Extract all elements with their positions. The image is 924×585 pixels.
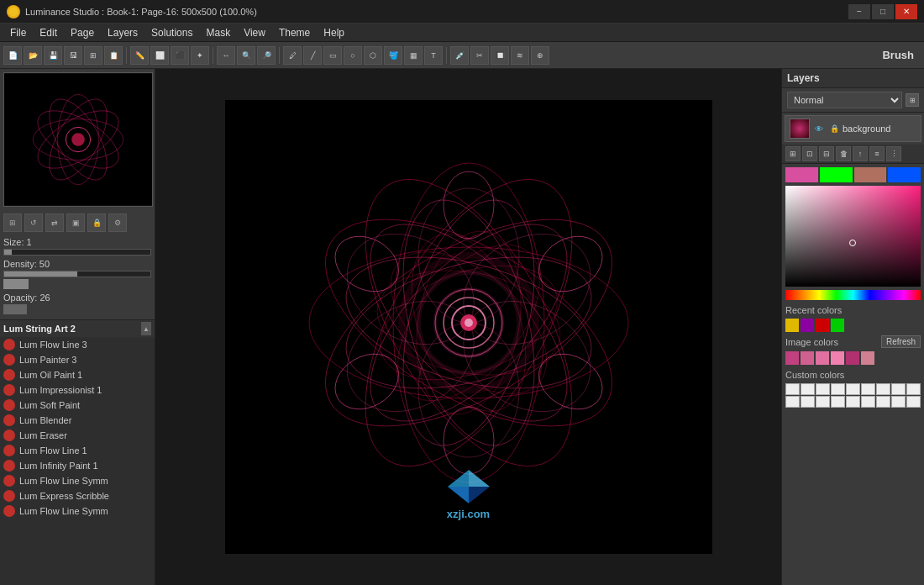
maximize-button[interactable]: □ [872,4,894,19]
brush-item-4[interactable]: Lum Soft Paint [0,398,155,413]
layer-list-btn[interactable]: ≡ [869,146,885,161]
tool-ico-4[interactable]: ▣ [66,213,85,232]
custom-cell-13[interactable] [831,396,845,408]
tool-clone[interactable]: ⊕ [531,46,549,65]
tool-line[interactable]: ╱ [303,46,322,65]
tool-pen[interactable]: 🖊 [283,46,302,65]
brush-item-0[interactable]: Lum Flow Line 3 [0,337,155,352]
img-swatch-6[interactable] [861,351,874,365]
brush-scroll[interactable]: Lum Flow Line 3 Lum Painter 3 Lum Oil Pa… [0,337,155,585]
brush-item-6[interactable]: Lum Eraser [0,428,155,443]
custom-cell-14[interactable] [846,396,860,408]
tool-stamp[interactable]: 🔲 [491,46,509,65]
tool-fill[interactable]: 🪣 [384,46,402,65]
tool-zoom2[interactable]: 🔎 [257,46,276,65]
hue-slider[interactable] [785,290,921,300]
minimize-button[interactable]: − [848,4,870,19]
layer-lock-icon[interactable]: 🔒 [828,123,840,134]
custom-cell-15[interactable] [861,396,875,408]
tool-move[interactable]: ✦ [191,46,209,65]
tool-eraser[interactable]: ⬜ [150,46,169,65]
brush-item-3[interactable]: Lum Impressionist 1 [0,382,155,398]
color-swatch-blue[interactable] [888,167,921,182]
layer-duplicate-btn[interactable]: ⊡ [802,146,817,161]
custom-cell-16[interactable] [876,396,890,408]
recent-swatch-2[interactable] [801,319,814,332]
menu-help[interactable]: Help [317,25,351,40]
custom-cell-8[interactable] [891,383,906,395]
color-swatch-green[interactable] [820,167,853,182]
tool-smudge[interactable]: ≋ [511,46,529,65]
tool-shape[interactable]: ⬡ [364,46,382,65]
recent-swatch-1[interactable] [785,319,799,332]
close-button[interactable]: ✕ [895,4,917,19]
tool-zoom[interactable]: 🔍 [237,46,255,65]
img-swatch-5[interactable] [846,351,859,365]
layer-delete-btn[interactable]: 🗑 [836,146,851,161]
tool-save[interactable]: 💾 [44,46,62,65]
tool-gradient[interactable]: ▦ [404,46,423,65]
tool-ico-3[interactable]: ⇄ [45,213,64,232]
custom-cell-10[interactable] [785,396,800,408]
custom-cell-18[interactable] [906,396,921,408]
recent-swatch-4[interactable] [831,319,844,332]
layer-mode-dropdown[interactable]: Normal Multiply Screen Overlay [787,92,902,108]
custom-cell-3[interactable] [816,383,830,395]
menu-file[interactable]: File [3,25,33,40]
custom-cell-7[interactable] [876,383,890,395]
tool-ico-5[interactable]: 🔒 [87,213,106,232]
tool-copy[interactable]: ⊞ [84,46,102,65]
brush-item-1[interactable]: Lum Painter 3 [0,352,155,367]
brush-item-7[interactable]: Lum Flow Line 1 [0,443,155,458]
tool-brush[interactable]: ✏️ [130,46,149,65]
color-swatch-pink[interactable] [785,167,818,182]
color-swatch-brown[interactable] [854,167,887,182]
brush-item-11[interactable]: Lum Flow Line Symm [0,503,155,519]
menu-solutions[interactable]: Solutions [144,25,199,40]
brush-item-10[interactable]: Lum Express Scribble [0,488,155,503]
brush-item-8[interactable]: Lum Infinity Paint 1 [0,458,155,473]
layer-merge-btn[interactable]: ⊟ [819,146,834,161]
tool-ico-1[interactable]: ⊞ [3,213,22,232]
tool-select[interactable]: ⬛ [171,46,189,65]
custom-cell-5[interactable] [846,383,860,395]
menu-edit[interactable]: Edit [33,25,64,40]
layer-up-btn[interactable]: ↑ [853,146,868,161]
img-swatch-1[interactable] [785,351,799,365]
color-gradient-picker[interactable] [785,186,921,287]
custom-cell-9[interactable] [906,383,921,395]
recent-swatch-3[interactable] [816,319,829,332]
canvas-area[interactable]: xzji.com [155,69,781,585]
menu-theme[interactable]: Theme [272,25,317,40]
custom-cell-4[interactable] [831,383,845,395]
brush-item-9[interactable]: Lum Flow Line Symm [0,473,155,488]
layer-visibility-icon[interactable]: 👁 [812,122,826,135]
tool-transform[interactable]: ↔ [217,46,235,65]
menu-mask[interactable]: Mask [199,25,237,40]
layer-add-btn[interactable]: ⊞ [785,146,801,161]
menu-page[interactable]: Page [64,25,101,40]
custom-cell-12[interactable] [816,396,830,408]
tool-paste[interactable]: 📋 [104,46,123,65]
img-swatch-4[interactable] [831,351,844,365]
brush-item-5[interactable]: Lum Blender [0,413,155,428]
tool-new[interactable]: 📄 [3,46,22,65]
layer-settings-btn[interactable]: ⋮ [886,146,901,161]
density-slider[interactable] [3,271,151,277]
main-canvas[interactable]: xzji.com [225,100,712,554]
tool-crop[interactable]: ✂ [470,46,489,65]
tool-save2[interactable]: 🖫 [64,46,82,65]
tool-text[interactable]: T [424,46,443,65]
tool-ico-6[interactable]: ⚙ [108,213,127,232]
img-swatch-2[interactable] [801,351,814,365]
tool-eyedrop[interactable]: 💉 [450,46,469,65]
layer-item-background[interactable]: 👁 🔒 background [785,115,921,142]
layer-grid-icon[interactable]: ⊞ [906,93,919,107]
tool-open[interactable]: 📂 [24,46,42,65]
tool-ico-2[interactable]: ↺ [24,213,43,232]
img-swatch-3[interactable] [816,351,829,365]
custom-cell-6[interactable] [861,383,875,395]
refresh-button[interactable]: Refresh [881,335,921,348]
custom-cell-1[interactable] [785,383,800,395]
custom-cell-17[interactable] [891,396,906,408]
